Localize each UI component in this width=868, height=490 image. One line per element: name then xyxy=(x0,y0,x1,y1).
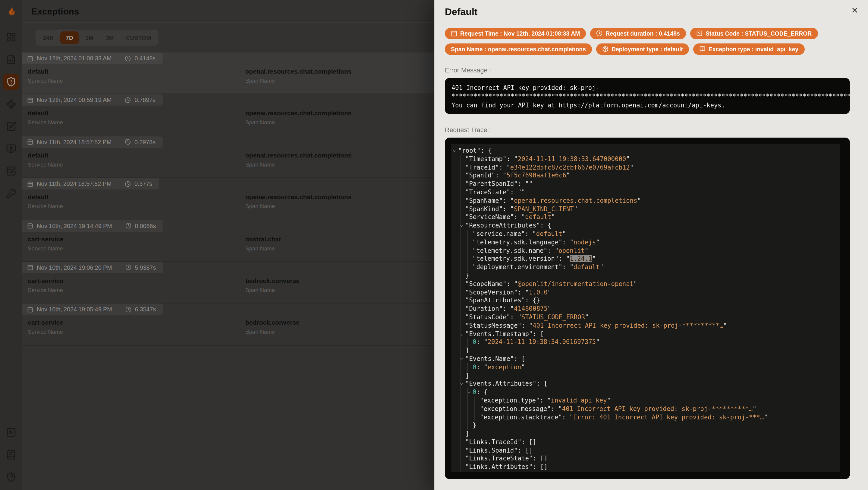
item-date: Nov 11th, 2024 18:57:52 PM xyxy=(37,180,112,187)
panel-title: Default xyxy=(445,7,477,18)
info-badge: Request duration : 0.4148s xyxy=(590,28,686,39)
service-name-label: Service Name xyxy=(28,245,245,251)
service-name-label: Service Name xyxy=(28,329,245,335)
collapse-chevron-icon[interactable]: ⌄ xyxy=(460,221,463,229)
service-name-label: Service Name xyxy=(28,120,245,126)
sidebar-item-evaluations[interactable] xyxy=(3,118,19,135)
error-message-line: You can find your API key at https://pla… xyxy=(452,102,843,110)
item-time-chip: Nov 10th, 2024 19:14:49 PM0.0066s xyxy=(22,220,163,231)
sidebar xyxy=(0,0,22,490)
sidebar-item-getting-started[interactable] xyxy=(3,424,19,440)
sidebar-item-exceptions[interactable] xyxy=(3,74,19,90)
badge-label: Status Code : STATUS_CODE_ERROR xyxy=(706,30,812,37)
clock-icon xyxy=(125,265,131,271)
sidebar-item-requests[interactable] xyxy=(3,51,19,67)
trace-line: "SpanAttributes": {} xyxy=(452,296,840,305)
info-badge: Span Name : openai.resources.chat.comple… xyxy=(445,44,592,55)
service-name-label: Service Name xyxy=(28,162,245,168)
trace-line: "ParentSpanId": "" xyxy=(452,180,840,188)
clock-icon xyxy=(125,307,131,313)
tab-1m[interactable]: 1M xyxy=(80,31,99,44)
sidebar-item-dashboard[interactable] xyxy=(3,29,19,45)
collapse-chevron-icon[interactable]: ⌄ xyxy=(467,387,470,396)
collapse-chevron-icon[interactable]: ⌄ xyxy=(453,146,456,154)
trace-line: ] xyxy=(452,371,840,380)
trace-line: ] xyxy=(452,346,840,355)
trace-line: "service.name": "default" xyxy=(452,230,840,238)
item-date: Nov 10th, 2024 19:05:49 PM xyxy=(37,306,112,313)
item-duration: 0.377s xyxy=(134,180,152,187)
item-date: Nov 10th, 2024 19:14:49 PM xyxy=(37,222,112,229)
tab-3m[interactable]: 3M xyxy=(100,31,119,44)
sidebar-nav-bottom xyxy=(0,424,22,485)
file-code-icon xyxy=(6,54,16,64)
error-message-line: 401 Incorrect API key provided: sk-proj- xyxy=(452,84,843,93)
service-name-label: Service Name xyxy=(28,203,245,209)
sidebar-nav-top xyxy=(0,29,22,202)
item-duration: 0.7897s xyxy=(134,97,156,104)
trace-line: "ScopeVersion": "1.0.0" xyxy=(452,288,840,296)
item-date: Nov 12th, 2024 00:59:19 AM xyxy=(37,97,112,104)
item-duration: 6.3547s xyxy=(135,306,156,313)
trace-line: 0: "2024-11-11 19:38:34.061697375" xyxy=(452,338,840,347)
info-badge: Request Time : Nov 12th, 2024 01:08:33 A… xyxy=(445,28,586,39)
item-date: Nov 10th, 2024 19:06:20 PM xyxy=(37,264,112,271)
square-pen-icon xyxy=(6,121,16,132)
trace-line: "telemetry.sdk.version": "1.24.1" xyxy=(452,255,840,263)
trace-line: "SpanKind": "SPAN_KIND_CLIENT" xyxy=(452,205,840,213)
sidebar-item-support[interactable] xyxy=(3,469,19,485)
collapse-chevron-icon[interactable]: ⌄ xyxy=(460,379,463,388)
badge-label: Deployment type : default xyxy=(612,46,683,53)
collapse-chevron-icon[interactable]: ⌄ xyxy=(460,329,463,338)
badge-label: Span Name : openai.resources.chat.comple… xyxy=(451,46,586,53)
trace-line: "deployment.environment": "default" xyxy=(452,263,840,271)
calendar-icon xyxy=(27,265,33,271)
trace-line: "Links.TraceId": [] xyxy=(452,438,840,446)
trace-line: "SpanName": "openai.resources.chat.compl… xyxy=(452,197,840,205)
calendar-icon xyxy=(27,139,33,145)
clock-icon xyxy=(125,55,131,61)
trace-line: "telemetry.sdk.language": "nodejs" xyxy=(452,238,840,247)
sidebar-item-databases[interactable] xyxy=(3,163,19,179)
tab-custom[interactable]: CUSTOM xyxy=(121,31,157,44)
calendar-icon xyxy=(27,181,33,187)
square-terminal-icon xyxy=(696,30,703,37)
info-badge: Exception type : invalid_api_key xyxy=(693,44,804,55)
message-square-warning-icon xyxy=(699,46,706,53)
item-duration: 0.4148s xyxy=(134,55,156,62)
item-service-name: default xyxy=(28,110,245,117)
sidebar-item-documentation[interactable] xyxy=(3,446,19,463)
service-name-label: Service Name xyxy=(28,78,245,84)
error-message-box: 401 Incorrect API key provided: sk-proj-… xyxy=(445,78,850,114)
error-message-line: ****************************************… xyxy=(452,93,843,102)
item-time-chip: Nov 11th, 2024 18:57:52 PM0.2978s xyxy=(22,136,163,148)
item-date: Nov 11th, 2024 18:57:52 PM xyxy=(37,139,112,145)
trace-line: 0: "exception" xyxy=(452,363,840,371)
trace-line: ⌄"Events.Timestamp": [ xyxy=(452,330,840,338)
close-icon[interactable]: ✕ xyxy=(849,5,860,16)
clock-icon xyxy=(596,30,602,37)
item-duration: 0.0066s xyxy=(135,222,156,229)
sidebar-item-openground[interactable] xyxy=(3,141,19,157)
calendar-icon xyxy=(27,97,33,103)
trace-line: } xyxy=(452,271,840,280)
trace-line: "Timestamp": "2024-11-11 19:38:33.647000… xyxy=(452,155,840,164)
trace-line: "Links.Attributes": [] xyxy=(452,463,840,471)
calendar-icon xyxy=(27,307,33,313)
item-service-name: default xyxy=(28,151,245,159)
item-service-name: default xyxy=(28,193,245,200)
openlit-flame-logo[interactable] xyxy=(5,4,18,17)
clock-icon xyxy=(125,139,131,145)
page-title: Exceptions xyxy=(31,6,79,16)
tab-24h[interactable]: 24H xyxy=(37,31,59,44)
sidebar-item-api-keys[interactable] xyxy=(3,185,19,202)
trace-line: "exception.message": "401 Incorrect API … xyxy=(452,405,840,413)
book-text-icon xyxy=(6,450,16,460)
badge-label: Exception type : invalid_api_key xyxy=(709,46,798,53)
collapse-chevron-icon[interactable]: ⌄ xyxy=(460,354,463,363)
trace-line: ] xyxy=(452,430,840,438)
trace-line: "Links.TraceState": [] xyxy=(452,455,840,463)
tab-7d[interactable]: 7D xyxy=(60,31,79,44)
item-service-name: cart-service xyxy=(28,235,245,242)
sidebar-item-integrations[interactable] xyxy=(3,96,19,112)
